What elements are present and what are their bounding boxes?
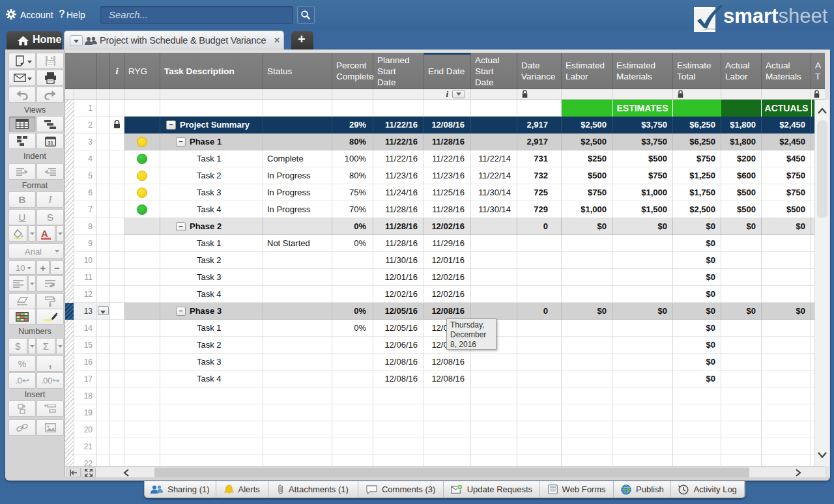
- svg-text:31: 31: [48, 139, 53, 145]
